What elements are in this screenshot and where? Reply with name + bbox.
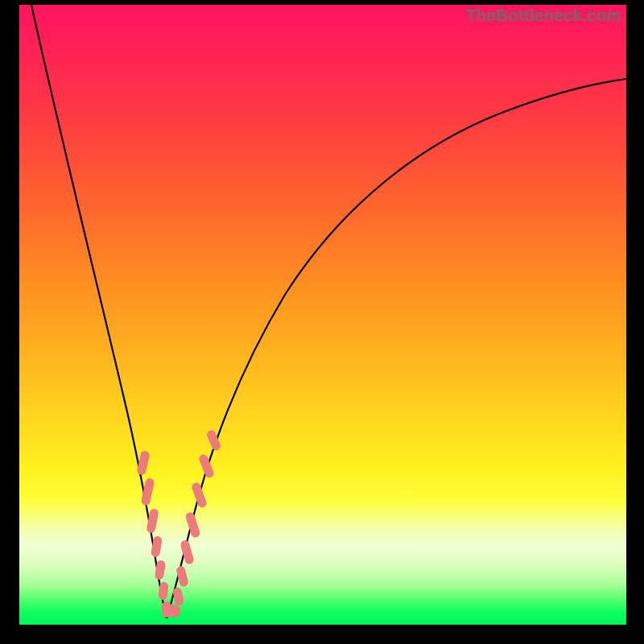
bead-icon: [191, 481, 208, 509]
bead-icon: [198, 453, 215, 479]
right-branch-curve: [167, 79, 626, 618]
bead-icon: [172, 587, 184, 606]
marker-cluster: [136, 429, 221, 617]
bead-icon: [184, 511, 200, 539]
bead-icon: [169, 605, 180, 617]
outer-frame: TheBottleneck.com: [0, 0, 644, 644]
curve-overlay: [19, 5, 626, 625]
left-branch-curve: [31, 5, 167, 618]
plot-area: TheBottleneck.com: [19, 5, 626, 625]
